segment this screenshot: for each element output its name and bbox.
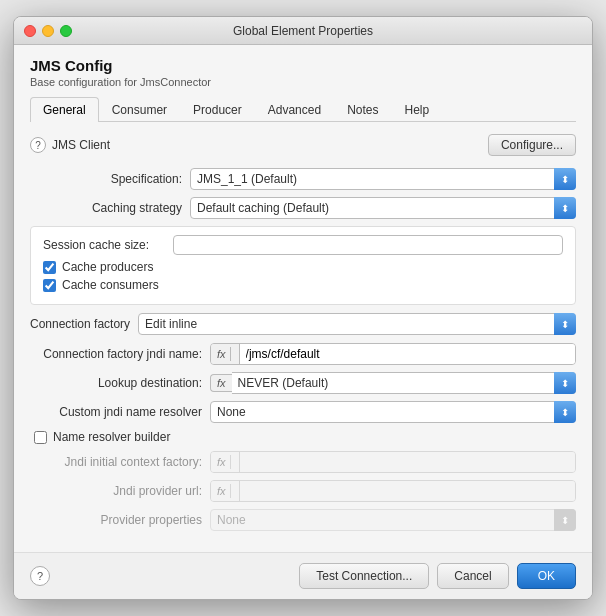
fx-divider [230,347,231,361]
session-cache-size-row: Session cache size: [43,235,563,255]
jndi-provider-url-fx-btn: fx [211,481,240,501]
connection-factory-select-wrapper: Edit inline ⬍ [138,313,576,335]
jms-client-help-icon[interactable]: ? [30,137,46,153]
jndi-initial-context-fx-btn: fx [211,452,240,472]
conn-factory-jndi-label: Connection factory jndi name: [30,347,210,361]
footer-buttons: Test Connection... Cancel OK [299,563,576,589]
caching-strategy-row: Caching strategy Default caching (Defaul… [30,197,576,219]
connection-factory-row: Connection factory Edit inline ⬍ [30,313,576,335]
specification-label: Specification: [30,172,190,186]
provider-properties-select: None [210,509,576,531]
window-title: Global Element Properties [233,24,373,38]
caching-strategy-select-wrapper: Default caching (Default) ⬍ [190,197,576,219]
name-resolver-builder-checkbox[interactable] [34,431,47,444]
tab-advanced[interactable]: Advanced [255,97,334,122]
custom-jndi-select-wrapper: None ⬍ [210,401,576,423]
jndi-initial-context-row: Jndi initial context factory: fx [30,451,576,473]
help-icon-button[interactable]: ? [30,566,50,586]
conn-factory-jndi-row: Connection factory jndi name: fx [30,343,576,365]
header-section: JMS Config Base configuration for JmsCon… [30,57,576,88]
traffic-lights [24,25,72,37]
form-area: ? JMS Client Configure... Specification:… [30,122,576,548]
session-cache-size-input[interactable] [173,235,563,255]
cache-producers-row: Cache producers [43,260,563,274]
cache-consumers-label: Cache consumers [62,278,159,292]
specification-select[interactable]: JMS_1_1 (Default) [190,168,576,190]
maximize-button[interactable] [60,25,72,37]
cache-consumers-checkbox[interactable] [43,279,56,292]
jndi-provider-fx-icon: fx [217,485,226,497]
tab-help[interactable]: Help [392,97,443,122]
tab-consumer[interactable]: Consumer [99,97,180,122]
cache-producers-label: Cache producers [62,260,153,274]
lookup-destination-row: Lookup destination: fx NEVER (Default) ⬍ [30,372,576,394]
name-resolver-row: Name resolver builder [30,430,576,444]
disabled-section: Jndi initial context factory: fx Jndi pr… [30,451,576,531]
provider-properties-select-wrapper: None ⬍ [210,509,576,531]
lookup-fx-icon: fx [217,377,226,389]
specification-select-wrapper: JMS_1_1 (Default) ⬍ [190,168,576,190]
caching-strategy-label: Caching strategy [30,201,190,215]
test-connection-button[interactable]: Test Connection... [299,563,429,589]
jndi-provider-url-input-wrapper: fx [210,480,576,502]
lookup-destination-select-wrapper: NEVER (Default) ⬍ [232,372,576,394]
session-cache-size-label: Session cache size: [43,238,173,252]
lookup-fx-btn[interactable]: fx [210,374,232,392]
lookup-destination-label: Lookup destination: [30,376,210,390]
session-cache-section: Session cache size: Cache producers Cach… [30,226,576,305]
jndi-context-fx-icon: fx [217,456,226,468]
cache-consumers-row: Cache consumers [43,278,563,292]
tab-notes[interactable]: Notes [334,97,391,122]
ok-button[interactable]: OK [517,563,576,589]
jndi-provider-fx-divider [230,484,231,498]
minimize-button[interactable] [42,25,54,37]
jms-client-row: ? JMS Client Configure... [30,132,576,158]
configure-button[interactable]: Configure... [488,134,576,156]
connection-factory-select[interactable]: Edit inline [138,313,576,335]
fx-italic-icon: fx [217,348,226,360]
help-question-mark: ? [37,570,43,582]
custom-jndi-label: Custom jndi name resolver [30,405,210,419]
conn-factory-jndi-fx-btn[interactable]: fx [211,344,240,364]
jndi-initial-context-label: Jndi initial context factory: [30,455,210,469]
jndi-provider-url-row: Jndi provider url: fx [30,480,576,502]
connection-factory-label: Connection factory [30,317,130,331]
jms-client-label: JMS Client [52,138,488,152]
window-content: JMS Config Base configuration for JmsCon… [14,45,592,548]
tab-bar: General Consumer Producer Advanced Notes… [30,96,576,122]
close-button[interactable] [24,25,36,37]
dialog-title: JMS Config [30,57,576,74]
jndi-initial-context-input-wrapper: fx [210,451,576,473]
custom-jndi-row: Custom jndi name resolver None ⬍ [30,401,576,423]
tab-producer[interactable]: Producer [180,97,255,122]
caching-strategy-select[interactable]: Default caching (Default) [190,197,576,219]
jndi-context-fx-divider [230,455,231,469]
custom-jndi-select[interactable]: None [210,401,576,423]
dialog-subtitle: Base configuration for JmsConnector [30,76,576,88]
name-resolver-builder-label: Name resolver builder [53,430,170,444]
conn-factory-jndi-input-wrapper: fx [210,343,576,365]
footer: ? Test Connection... Cancel OK [14,552,592,599]
conn-factory-jndi-input[interactable] [240,344,575,364]
main-window: Global Element Properties JMS Config Bas… [13,16,593,600]
provider-properties-label: Provider properties [30,513,210,527]
provider-properties-row: Provider properties None ⬍ [30,509,576,531]
lookup-destination-select[interactable]: NEVER (Default) [232,372,576,394]
tab-general[interactable]: General [30,97,99,122]
jndi-initial-context-input [240,452,575,472]
specification-row: Specification: JMS_1_1 (Default) ⬍ [30,168,576,190]
cancel-button[interactable]: Cancel [437,563,508,589]
titlebar: Global Element Properties [14,17,592,45]
jndi-provider-url-label: Jndi provider url: [30,484,210,498]
cache-producers-checkbox[interactable] [43,261,56,274]
jndi-provider-url-input [240,481,575,501]
